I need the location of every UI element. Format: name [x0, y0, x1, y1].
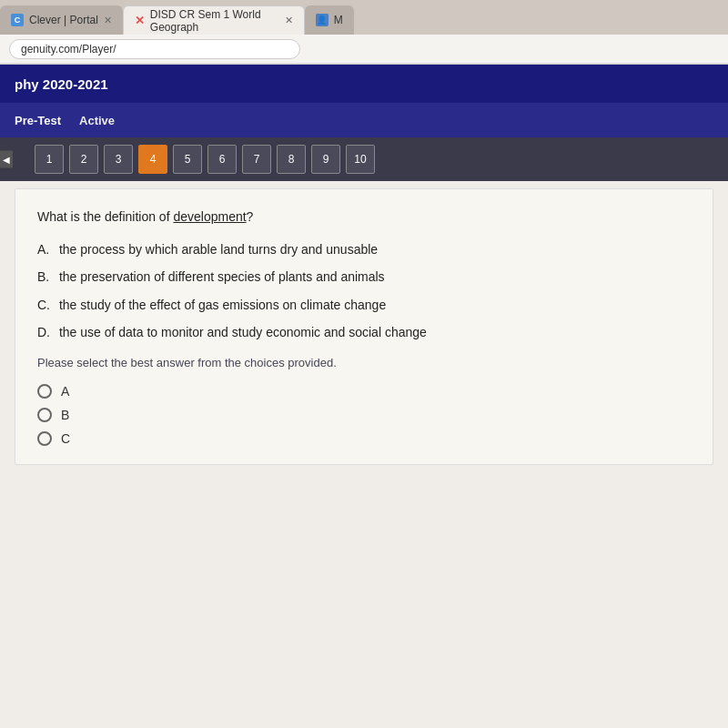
- tab-disd-label: DISD CR Sem 1 World Geograph: [150, 8, 279, 34]
- tab-clever-label: Clever | Portal: [29, 14, 98, 26]
- clever-icon: C: [11, 14, 24, 26]
- option-d-text: the use of data to monitor and study eco…: [59, 325, 427, 339]
- radio-option-b[interactable]: B: [37, 408, 691, 422]
- option-d-letter: D.: [37, 322, 56, 342]
- option-c: C. the study of the effect of gas emissi…: [37, 295, 691, 315]
- radio-circle-c: [37, 431, 52, 446]
- course-header: phy 2020-2021: [0, 65, 728, 103]
- option-b: B. the preservation of different species…: [37, 267, 691, 287]
- tab-mb[interactable]: 👤 M: [305, 5, 354, 35]
- option-b-letter: B.: [37, 267, 56, 287]
- address-bar: genuity.com/Player/: [0, 35, 728, 64]
- option-d: D. the use of data to monitor and study …: [37, 322, 691, 342]
- q-num-8[interactable]: 8: [277, 145, 306, 174]
- browser-chrome: C Clever | Portal ✕ ✕ DISD CR Sem 1 Worl…: [0, 0, 728, 65]
- q-num-5[interactable]: 5: [173, 145, 202, 174]
- course-title: phy 2020-2021: [15, 76, 108, 92]
- radio-label-b: B: [61, 408, 69, 422]
- url-input[interactable]: genuity.com/Player/: [9, 39, 300, 59]
- tab-disd-close[interactable]: ✕: [285, 15, 293, 26]
- q-num-9[interactable]: 9: [311, 145, 340, 174]
- question-text-before: What is the definition of: [37, 209, 173, 224]
- radio-circle-a: [37, 384, 52, 399]
- q-num-2[interactable]: 2: [69, 145, 98, 174]
- option-b-text: the preservation of different species of…: [59, 269, 385, 284]
- radio-circle-b: [37, 408, 52, 422]
- page-content: phy 2020-2021 Pre-Test Active ◀ 1 2 3 4 …: [0, 65, 728, 728]
- radio-group: A B C: [37, 384, 691, 446]
- question-nav: ◀ 1 2 3 4 5 6 7 8 9 10: [0, 137, 728, 181]
- question-text-after: ?: [247, 209, 254, 224]
- user-icon: 👤: [316, 14, 329, 26]
- nav-arrow-left[interactable]: ◀: [0, 151, 13, 168]
- q-num-3[interactable]: 3: [104, 145, 133, 174]
- option-c-text: the study of the effect of gas emissions…: [59, 298, 386, 312]
- tab-clever-close[interactable]: ✕: [104, 15, 112, 26]
- sub-header: Pre-Test Active: [0, 103, 728, 137]
- option-a-text: the process by which arable land turns d…: [59, 242, 378, 257]
- tab-clever[interactable]: C Clever | Portal ✕: [0, 5, 123, 35]
- question-text: What is the definition of development?: [37, 207, 691, 227]
- option-a: A. the process by which arable land turn…: [37, 239, 691, 259]
- tab-mb-label: M: [334, 14, 343, 26]
- nav-pretest[interactable]: Pre-Test: [15, 114, 61, 127]
- q-num-6[interactable]: 6: [207, 145, 237, 174]
- radio-option-c[interactable]: C: [37, 431, 691, 446]
- disd-icon: ✕: [135, 14, 145, 27]
- radio-label-a: A: [61, 384, 69, 399]
- tab-disd[interactable]: ✕ DISD CR Sem 1 World Geograph ✕: [123, 5, 305, 35]
- q-num-4[interactable]: 4: [138, 145, 167, 174]
- nav-active[interactable]: Active: [79, 114, 115, 127]
- option-c-letter: C.: [37, 295, 56, 315]
- tab-bar: C Clever | Portal ✕ ✕ DISD CR Sem 1 Worl…: [0, 0, 728, 35]
- question-underlined: development: [173, 209, 246, 224]
- radio-option-a[interactable]: A: [37, 384, 691, 399]
- q-num-10[interactable]: 10: [346, 145, 375, 174]
- q-num-7[interactable]: 7: [242, 145, 271, 174]
- radio-label-c: C: [61, 431, 70, 446]
- instruction-text: Please select the best answer from the c…: [37, 356, 691, 369]
- question-area: What is the definition of development? A…: [15, 188, 713, 465]
- q-num-1[interactable]: 1: [35, 145, 64, 174]
- option-a-letter: A.: [37, 239, 56, 259]
